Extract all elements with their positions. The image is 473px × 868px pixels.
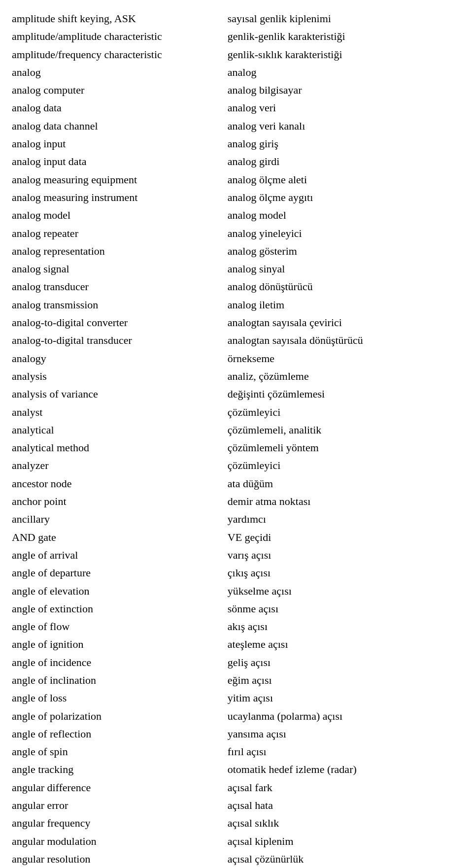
term: analog measuring instrument [12, 189, 228, 206]
translation: açısal kiplenim [228, 833, 461, 850]
term: angle of ignition [12, 635, 228, 653]
translation: açısal fark [228, 779, 461, 797]
table-row: angular differenceaçısal fark [12, 779, 461, 797]
translation: analog [228, 64, 461, 81]
translation: analog iletim [228, 296, 461, 314]
term: angle of extinction [12, 600, 228, 618]
term: analysis of variance [12, 385, 228, 403]
table-row: analog measuring equipmentanalog ölçme a… [12, 171, 461, 189]
term: angle of spin [12, 743, 228, 761]
translation: sayısal genlik kiplenimi [228, 10, 461, 28]
table-row: analog measuring instrumentanalog ölçme … [12, 189, 461, 206]
table-row: analyzerçözümleyici [12, 457, 461, 474]
term: angle of inclination [12, 671, 228, 689]
term: angle of departure [12, 564, 228, 582]
table-row: AND gateVE geçidi [12, 529, 461, 546]
translation: analog dönüştürücü [228, 278, 461, 296]
translation: açısal sıklık [228, 814, 461, 832]
translation: ucaylanma (polarma) açısı [228, 707, 461, 725]
term: analogy [12, 350, 228, 367]
term: angle of flow [12, 618, 228, 635]
term: angle of incidence [12, 654, 228, 671]
table-row: amplitude/frequency characteristicgenlik… [12, 46, 461, 64]
translation: otomatik hedef izleme (radar) [228, 761, 461, 778]
term: analytical [12, 421, 228, 439]
translation: analog veri kanalı [228, 117, 461, 135]
translation: fırıl açısı [228, 743, 461, 761]
table-row: angle of flowakış açısı [12, 618, 461, 635]
term: analog data [12, 99, 228, 117]
translation: yitim açısı [228, 689, 461, 707]
translation: akış açısı [228, 618, 461, 635]
term: analog model [12, 206, 228, 224]
dictionary-container: amplitude shift keying, ASKsayısal genli… [12, 10, 461, 868]
table-row: analog-to-digital converteranalogtan say… [12, 314, 461, 332]
term: analog representation [12, 242, 228, 260]
table-row: angular resolutionaçısal çözünürlük [12, 850, 461, 868]
term: analog [12, 64, 228, 81]
translation: çıkış açısı [228, 564, 461, 582]
term: analysis [12, 367, 228, 385]
translation: analog yineleyici [228, 225, 461, 242]
term: angular frequency [12, 814, 228, 832]
translation: ata düğüm [228, 475, 461, 493]
table-row: analysisanaliz, çözümleme [12, 367, 461, 385]
table-row: analyticalçözümlemeli, analitik [12, 421, 461, 439]
translation: analog girdi [228, 153, 461, 170]
translation: analog giriş [228, 135, 461, 153]
translation: analog bilgisayar [228, 81, 461, 99]
translation: analogtan sayısala dönüştürücü [228, 332, 461, 349]
term: analog input data [12, 153, 228, 170]
term: analyst [12, 403, 228, 421]
table-row: ancillaryyardımcı [12, 510, 461, 528]
translation: VE geçidi [228, 529, 461, 546]
term: analog-to-digital transducer [12, 332, 228, 349]
term: amplitude/amplitude characteristic [12, 28, 228, 45]
translation: açısal çözünürlük [228, 850, 461, 868]
term: angular error [12, 797, 228, 814]
term: angle of loss [12, 689, 228, 707]
translation: sönme açısı [228, 600, 461, 618]
translation: eğim açısı [228, 671, 461, 689]
translation: genlik-genlik karakteristiği [228, 28, 461, 45]
table-row: ancestor nodeata düğüm [12, 475, 461, 493]
table-row: angle of inclinationeğim açısı [12, 671, 461, 689]
table-row: analog signalanalog sinyal [12, 260, 461, 278]
term: analog input [12, 135, 228, 153]
table-row: analog inputanalog giriş [12, 135, 461, 153]
term: analog repeater [12, 225, 228, 242]
term: angle of elevation [12, 582, 228, 600]
translation: demir atma noktası [228, 493, 461, 510]
term: analog transducer [12, 278, 228, 296]
term: angle tracking [12, 761, 228, 778]
table-row: analog data channelanalog veri kanalı [12, 117, 461, 135]
term: angle of reflection [12, 725, 228, 743]
translation: analog ölçme aleti [228, 171, 461, 189]
translation: analog gösterim [228, 242, 461, 260]
term: AND gate [12, 529, 228, 546]
translation: çözümlemeli yöntem [228, 439, 461, 457]
term: analog-to-digital converter [12, 314, 228, 332]
table-row: angle of arrivalvarış açısı [12, 546, 461, 564]
table-row: analog transmissionanalog iletim [12, 296, 461, 314]
table-row: analog computeranalog bilgisayar [12, 81, 461, 99]
table-row: angle of elevationyükselme açısı [12, 582, 461, 600]
table-row: analog transduceranalog dönüştürücü [12, 278, 461, 296]
term: angular modulation [12, 833, 228, 850]
term: analog computer [12, 81, 228, 99]
term: analog signal [12, 260, 228, 278]
table-row: anchor pointdemir atma noktası [12, 493, 461, 510]
translation: yardımcı [228, 510, 461, 528]
table-row: angle of reflectionyansıma açısı [12, 725, 461, 743]
translation: ateşleme açısı [228, 635, 461, 653]
table-row: angle of departureçıkış açısı [12, 564, 461, 582]
table-row: angular modulationaçısal kiplenim [12, 833, 461, 850]
translation: varış açısı [228, 546, 461, 564]
translation: yükselme açısı [228, 582, 461, 600]
table-row: analog modelanalog model [12, 206, 461, 224]
table-row: angle of extinctionsönme açısı [12, 600, 461, 618]
table-row: angle of ignitionateşleme açısı [12, 635, 461, 653]
term: angle of arrival [12, 546, 228, 564]
table-row: analoganalog [12, 64, 461, 81]
term: amplitude/frequency characteristic [12, 46, 228, 64]
